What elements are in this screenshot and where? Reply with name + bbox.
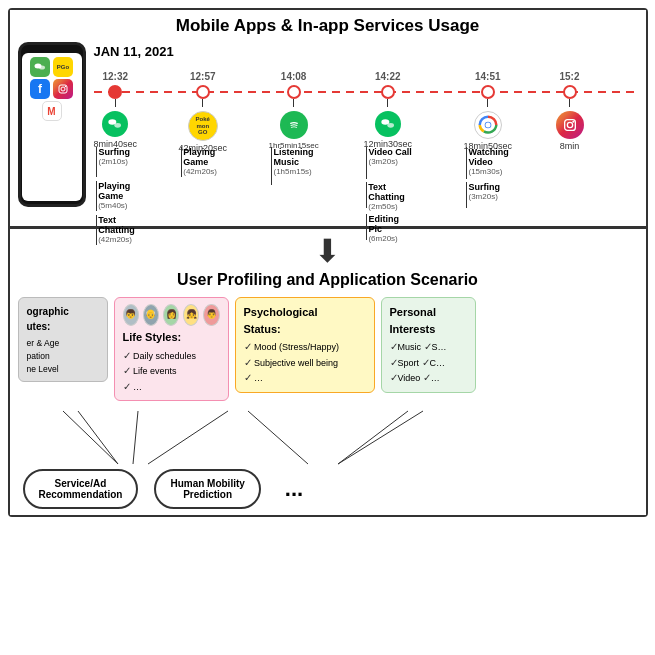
- node-time-1: 12:32: [102, 71, 128, 82]
- dots-label: ...: [285, 476, 303, 502]
- node-time-5: 14:51: [475, 71, 501, 82]
- activity-row-w1: Video Call (3m20s): [366, 147, 413, 179]
- timeline-content: JAN 11, 2021 12:32 8min40sec: [94, 42, 638, 218]
- node-time-6: 15:2: [559, 71, 579, 82]
- activity-vline: [96, 147, 97, 177]
- activity-texts-1c: Text Chatting (42m20s): [98, 215, 137, 244]
- main-container: Mobile Apps & In-app Services Usage PGo …: [8, 8, 648, 517]
- svg-point-14: [567, 122, 572, 127]
- card-demographic-items: er & Age pation ne Level: [27, 337, 99, 375]
- activity-row-p1: Playing Game (42m20s): [181, 147, 228, 177]
- demo-item-3: ne Level: [27, 363, 99, 376]
- avatar-4: 👧: [183, 304, 199, 326]
- card-personal-title: PersonalInterests: [390, 304, 467, 337]
- activities-4: Video Call (3m20s) Text Chatting (2m50s): [366, 147, 413, 243]
- activity-name-3: Text Chatting: [98, 215, 137, 235]
- connecting-lines-svg: [18, 409, 578, 474]
- down-arrow-icon: ⬇: [314, 235, 341, 267]
- activities-2: Playing Game (42m20s): [181, 147, 228, 177]
- timeline-node-4: 14:22 12min30sec Video Call: [364, 85, 413, 149]
- activity-name-2: Playing Game: [98, 181, 137, 201]
- activity-time-s1: (1h5m15s): [274, 167, 314, 176]
- node-circle-3: [287, 85, 301, 99]
- psych-item-2: ✓ Subjective well being: [244, 355, 366, 371]
- node-vline-1: [115, 99, 116, 107]
- activity-row-w2: Text Chatting (2m50s): [366, 182, 413, 211]
- svg-line-16: [63, 411, 118, 464]
- activity-texts-2: Playing Game (42m20s): [183, 147, 227, 176]
- activity-texts-4a: Video Call (3m20s): [369, 147, 412, 166]
- node-vline-5: [487, 99, 488, 107]
- psych-item-3: ✓ …: [244, 370, 366, 386]
- activity-time-w1: (3m20s): [369, 157, 412, 166]
- demo-item-2: pation: [27, 350, 99, 363]
- activity-time-2: (5m40s): [98, 201, 137, 210]
- lifestyle-item-2: ✓ Life events: [123, 363, 220, 379]
- avatar-3: 👩: [163, 304, 179, 326]
- bottom-content: ographicutes: er & Age pation ne Level 👦…: [18, 297, 638, 509]
- node-icon-instagram: [556, 111, 584, 139]
- node-time-4: 14:22: [375, 71, 401, 82]
- app-icon-instagram-phone: [53, 79, 73, 99]
- timeline-node-3: 14:08 1hr5min15sec Listening: [269, 85, 319, 150]
- activity-texts-5b: Surfing (3m20s): [469, 182, 501, 201]
- activity-row-2: Playing Game (5m40s): [96, 181, 138, 211]
- activity-texts-4c: Editing Pic (6m20s): [368, 214, 412, 243]
- oval-recommendation-text: Service/AdRecommendation: [39, 478, 123, 500]
- personal-item-1: ✓Music ✓S…: [390, 339, 467, 355]
- app-icon-pokemon-phone: PGo: [53, 57, 73, 77]
- card-demographic-title: ographicutes:: [27, 304, 99, 334]
- node-duration-6: 8min: [560, 141, 580, 151]
- activity-name-s1b: Music: [274, 157, 314, 167]
- activity-time-3: (42m20s): [98, 235, 137, 244]
- activity-texts-5a: Watching Video (15m30s): [469, 147, 509, 176]
- svg-line-19: [148, 411, 228, 464]
- svg-point-3: [61, 87, 65, 91]
- node-vline-6: [569, 99, 570, 107]
- activity-vline-w1: [366, 147, 367, 179]
- activity-name-w1: Video Call: [369, 147, 412, 157]
- oval-mobility: Human MobilityPrediction: [154, 469, 260, 509]
- activity-row: Surfing (2m10s): [96, 147, 138, 177]
- activity-name-c2: Surfing: [469, 182, 501, 192]
- timeline-node-2: 12:57 PokémonGO 42min20sec Playing Game: [179, 85, 228, 153]
- activity-name-w3: Editing Pic: [368, 214, 412, 234]
- activity-name-w2: Text Chatting: [368, 182, 412, 202]
- node-circle-6: [563, 85, 577, 99]
- psych-item-1: ✓ Mood (Stress/Happy): [244, 339, 366, 355]
- card-psychological: PsychologicalStatus: ✓ Mood (Stress/Happ…: [235, 297, 375, 393]
- timeline-node-5: 14:51: [464, 85, 513, 151]
- cards-row: ographicutes: er & Age pation ne Level 👦…: [18, 297, 638, 401]
- svg-point-9: [387, 123, 394, 128]
- activity-texts-3: Listening Music (1h5m15s): [274, 147, 314, 176]
- activity-vline-s1: [271, 147, 272, 185]
- bottom-section: ⬇ User Profiling and Application Scenari…: [10, 229, 646, 515]
- node-time-2: 12:57: [190, 71, 216, 82]
- phone-app-row-1: PGo: [30, 57, 73, 77]
- activities-3: Listening Music (1h5m15s): [271, 147, 314, 185]
- svg-line-22: [338, 411, 423, 464]
- oval-mobility-text: Human MobilityPrediction: [170, 478, 244, 500]
- phone-screen: PGo f M: [22, 53, 82, 201]
- timeline-wrapper: 12:32 8min40sec Surfing: [94, 63, 638, 218]
- activity-time-w3: (6m20s): [368, 234, 412, 243]
- activity-vline-2: [96, 181, 97, 211]
- svg-point-4: [65, 86, 67, 88]
- activity-row-w3: Editing Pic (6m20s): [366, 214, 413, 243]
- svg-point-12: [485, 123, 490, 128]
- activity-vline-c1: [466, 147, 467, 179]
- activity-time-c1: (15m30s): [469, 167, 509, 176]
- card-lifestyle-title: Life Styles:: [123, 329, 220, 346]
- app-icon-wechat-phone: [30, 57, 50, 77]
- node-icon-chrome: [474, 111, 502, 139]
- card-personal: PersonalInterests ✓Music ✓S… ✓Sport ✓C… …: [381, 297, 476, 393]
- svg-point-1: [39, 66, 45, 70]
- activity-name-p1: Playing Game: [183, 147, 227, 167]
- node-circle-4: [381, 85, 395, 99]
- node-vline-3: [293, 99, 294, 107]
- date-label: JAN 11, 2021: [94, 44, 638, 59]
- personal-item-3: ✓Video ✓…: [390, 370, 467, 386]
- top-section: Mobile Apps & In-app Services Usage PGo …: [10, 10, 646, 229]
- node-vline-2: [202, 99, 203, 107]
- avatar-row: 👦 👴 👩 👧 👨: [123, 304, 220, 326]
